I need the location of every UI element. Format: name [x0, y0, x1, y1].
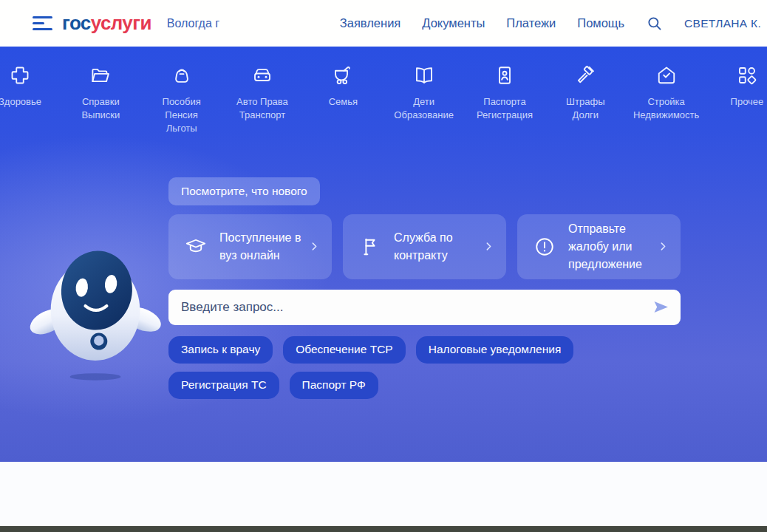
chevron-right-icon: [483, 241, 494, 252]
logo-part-blue: гос: [62, 12, 91, 34]
card-complaint-suggestion[interactable]: Отправьте жалобу или предложение: [517, 214, 681, 279]
open-folder-icon: [89, 62, 112, 89]
search-input[interactable]: [180, 299, 651, 316]
category-label: Пособия Пенсия Льготы: [163, 95, 201, 135]
whats-new-button[interactable]: Посмотрите, что нового: [168, 177, 320, 205]
category-other[interactable]: Прочее: [707, 62, 767, 135]
category-band: Здоровье Справки Выписки Пособия Пенсия …: [0, 47, 767, 135]
promo-cards: Поступление в вуз онлайн Служба по контр…: [168, 214, 681, 279]
gavel-icon: [574, 62, 596, 89]
chevron-right-icon: [658, 241, 669, 252]
hamburger-icon[interactable]: [33, 13, 52, 34]
gosuslugi-logo[interactable]: госуслуги: [62, 12, 151, 35]
category-health[interactable]: Здоровье: [0, 62, 60, 135]
top-header: госуслуги Вологда г Заявления Документы …: [0, 0, 767, 47]
card-label: Служба по контракту: [394, 229, 483, 265]
main-blue-section: Здоровье Справки Выписки Пособия Пенсия …: [0, 47, 767, 462]
chip-tax-notifications[interactable]: Налоговые уведомления: [416, 336, 574, 364]
quick-chips: Запись к врачу Обеспечение ТСР Налоговые…: [168, 336, 689, 399]
category-label: Авто Права Транспорт: [236, 95, 288, 122]
grid-shapes-icon: [736, 62, 758, 89]
category-label: Паспорта Регистрация: [477, 95, 533, 122]
chip-tsr-provision[interactable]: Обеспечение ТСР: [283, 336, 405, 364]
exclamation-circle-icon: [534, 236, 556, 258]
category-passports[interactable]: Паспорта Регистрация: [465, 62, 545, 135]
chip-doctor-appointment[interactable]: Запись к врачу: [168, 336, 273, 364]
graduation-cap-icon: [185, 236, 207, 258]
nav-payments[interactable]: Платежи: [506, 16, 556, 30]
robot-assistant-mascot[interactable]: [28, 233, 163, 383]
category-label: Стройка Недвижимость: [633, 95, 699, 122]
category-family[interactable]: Семья: [303, 62, 383, 135]
footer-area: [0, 462, 767, 526]
house-check-icon: [655, 62, 678, 89]
flag-icon: [359, 236, 381, 258]
category-label: Дети Образование: [394, 95, 454, 122]
location-selector[interactable]: Вологда г: [167, 17, 219, 30]
category-label: Штрафы Долги: [566, 95, 604, 122]
category-construction-realty[interactable]: Стройка Недвижимость: [627, 62, 706, 135]
category-label: Семья: [329, 95, 358, 109]
category-label: Прочее: [731, 95, 764, 109]
user-account-button[interactable]: СВЕТЛАНА К.: [684, 17, 763, 30]
bottom-window-edge: [0, 526, 767, 532]
car-icon: [251, 62, 273, 89]
category-label: Здоровье: [0, 95, 41, 109]
purse-icon: [171, 62, 193, 89]
chevron-right-icon: [309, 241, 320, 252]
category-benefits[interactable]: Пособия Пенсия Льготы: [142, 62, 222, 135]
open-book-icon: [413, 62, 435, 89]
category-auto[interactable]: Авто Права Транспорт: [222, 62, 302, 135]
nav-applications[interactable]: Заявления: [340, 16, 401, 30]
card-contract-service[interactable]: Служба по контракту: [343, 214, 506, 279]
nav-documents[interactable]: Документы: [422, 16, 485, 30]
passport-icon: [494, 62, 516, 89]
category-fines-debts[interactable]: Штрафы Долги: [545, 62, 625, 135]
category-children-education[interactable]: Дети Образование: [384, 62, 464, 135]
send-icon[interactable]: [651, 297, 671, 317]
nav-help[interactable]: Помощь: [577, 16, 624, 30]
card-university-admission[interactable]: Поступление в вуз онлайн: [168, 214, 332, 279]
category-certificates[interactable]: Справки Выписки: [61, 62, 140, 135]
chip-rf-passport[interactable]: Паспорт РФ: [290, 372, 378, 399]
assistant-search-bar: [168, 290, 681, 325]
chip-vehicle-registration[interactable]: Регистрация ТС: [168, 372, 279, 399]
card-label: Отправьте жалобу или предложение: [568, 220, 658, 273]
logo-part-red: услуги: [91, 12, 151, 34]
card-label: Поступление в вуз онлайн: [219, 229, 309, 265]
category-label: Справки Выписки: [81, 95, 120, 122]
magnifier-icon[interactable]: [646, 15, 663, 32]
header-nav: Заявления Документы Платежи Помощь СВЕТЛ…: [340, 15, 763, 32]
health-cross-icon: [9, 62, 31, 89]
stroller-icon: [332, 62, 354, 89]
